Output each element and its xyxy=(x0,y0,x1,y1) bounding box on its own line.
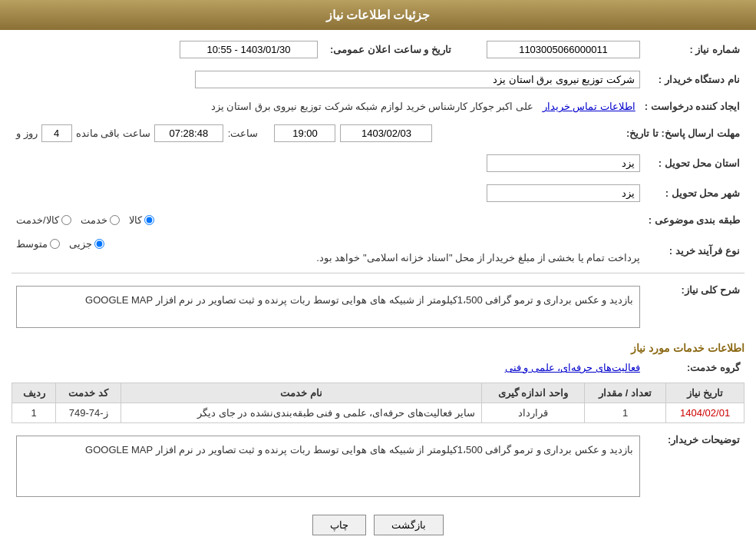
back-button[interactable]: بازگشت xyxy=(374,515,444,535)
col-header-count: تعداد / مقدار xyxy=(584,383,665,403)
creator-table: ایجاد کننده درخواست : اطلاعات تماس خریدا… xyxy=(12,98,744,115)
services-section-label: اطلاعات خدمات مورد نیاز xyxy=(12,342,744,354)
col-header-row-num: ردیف xyxy=(12,383,56,403)
subject-kala-khadamat-label: کالا/خدمت xyxy=(16,214,59,226)
process-table: نوع فرآیند خرید : متوسط جزیی پرداخت تمام… xyxy=(12,235,744,267)
top-info-table: شماره نیاز : تاریخ و ساعت اعلان عمومی: xyxy=(12,38,744,61)
general-desc-value: بازدید و عکس برداری و ترمو گرافی 1،500کی… xyxy=(16,286,640,328)
table-row: 1404/02/01 1 قرارداد سایر فعالیت‌های حرف… xyxy=(12,403,744,423)
page-header: جزئیات اطلاعات نیاز xyxy=(0,0,756,30)
footer-buttons: بازگشت چاپ xyxy=(12,515,744,535)
process-motavaset-radio[interactable] xyxy=(50,239,60,249)
buyer-org-table: نام دستگاه خریدار : xyxy=(12,68,744,91)
send-deadline-table: مهلت ارسال پاسخ: تا تاریخ: ساعت باقی مان… xyxy=(12,121,744,145)
remaining-time-label: ساعت باقی مانده xyxy=(76,128,150,139)
row-unit: قرارداد xyxy=(481,403,584,423)
row-service-name: سایر فعالیت‌های حرفه‌ای، علمی و فنی طبقه… xyxy=(121,403,481,423)
divider-1 xyxy=(12,273,744,273)
service-group-table: گروه خدمت: فعالیت‌های حرفه‌ای، علمی و فن… xyxy=(12,359,744,376)
service-group-value[interactable]: فعالیت‌های حرفه‌ای، علمی و فنی xyxy=(505,362,640,373)
row-service-code: ز-74-749 xyxy=(56,403,121,423)
main-content: شماره نیاز : تاریخ و ساعت اعلان عمومی: ن… xyxy=(0,30,756,540)
row-num: 1 xyxy=(12,403,56,423)
announce-datetime-input[interactable] xyxy=(180,41,318,58)
process-jozii-label: جزیی xyxy=(69,238,92,250)
process-jozii-radio[interactable] xyxy=(94,239,104,249)
process-motavaset-item: متوسط xyxy=(16,238,60,250)
subject-label: طبقه بندی موضوعی : xyxy=(644,211,744,229)
page-title: جزئیات اطلاعات نیاز xyxy=(326,8,431,22)
delivery-city-input[interactable] xyxy=(487,184,640,202)
print-button[interactable]: چاپ xyxy=(312,515,366,535)
remaining-days-label: روز و xyxy=(16,128,38,139)
service-group-label: گروه خدمت: xyxy=(645,359,744,376)
subject-kala-label: کالا xyxy=(129,214,142,226)
delivery-province-label: استان محل تحویل : xyxy=(645,151,744,175)
subject-kala-khadamat-item: کالا/خدمت xyxy=(16,214,71,226)
creator-label: ایجاد کننده درخواست : xyxy=(640,98,744,115)
col-header-unit: واحد اندازه گیری xyxy=(481,383,584,403)
buyer-desc-table: توضیحات خریدار: بازدید و عکس برداری و تر… xyxy=(12,429,744,503)
need-number-label: شماره نیاز : xyxy=(645,38,744,61)
subject-table: طبقه بندی موضوعی : کالا/خدمت خدمت کالا xyxy=(12,211,744,229)
creator-value: علی اکبر جوکار کارشناس خرید لوازم شبکه ش… xyxy=(211,101,533,112)
buyer-org-input[interactable] xyxy=(195,71,640,88)
remaining-days-input[interactable] xyxy=(41,124,72,142)
row-date: 1404/02/01 xyxy=(666,403,744,423)
buyer-org-label: نام دستگاه خریدار : xyxy=(645,68,744,91)
general-desc-label: شرح کلی نیاز: xyxy=(645,280,744,334)
need-number-input[interactable] xyxy=(487,41,640,58)
col-header-service-name: نام خدمت xyxy=(121,383,481,403)
services-table: تاریخ نیاز تعداد / مقدار واحد اندازه گیر… xyxy=(12,383,744,423)
row-count: 1 xyxy=(584,403,665,423)
col-header-date: تاریخ نیاز xyxy=(666,383,744,403)
process-motavaset-label: متوسط xyxy=(16,238,48,250)
page-container: جزئیات اطلاعات نیاز شماره نیاز : تاریخ و… xyxy=(0,0,756,540)
subject-khadamat-radio[interactable] xyxy=(110,215,120,225)
buyer-desc-value: بازدید و عکس برداری و ترمو گرافی 1،500کی… xyxy=(16,436,640,497)
remaining-time-input[interactable] xyxy=(154,124,223,142)
buyer-desc-label: توضیحات خریدار: xyxy=(645,429,744,503)
subject-kala-khadamat-radio[interactable] xyxy=(61,215,71,225)
delivery-province-table: استان محل تحویل : xyxy=(12,151,744,175)
delivery-city-label: شهر محل تحویل : xyxy=(645,181,744,205)
delivery-city-table: شهر محل تحویل : xyxy=(12,181,744,205)
send-time-input[interactable] xyxy=(274,124,335,142)
send-time-label: ساعت: xyxy=(228,128,259,139)
general-desc-table: شرح کلی نیاز: بازدید و عکس برداری و ترمو… xyxy=(12,280,744,334)
announce-datetime-label: تاریخ و ساعت اعلان عمومی: xyxy=(322,38,476,61)
process-label: نوع فرآیند خرید : xyxy=(645,235,744,267)
subject-kala-item: کالا xyxy=(129,214,154,226)
subject-kala-radio[interactable] xyxy=(144,215,154,225)
subject-khadamat-label: خدمت xyxy=(81,214,107,226)
send-date-input[interactable] xyxy=(340,124,432,142)
col-header-service-code: کد خدمت xyxy=(56,383,121,403)
subject-khadamat-item: خدمت xyxy=(81,214,120,226)
delivery-province-input[interactable] xyxy=(487,154,640,172)
send-deadline-label: مهلت ارسال پاسخ: تا تاریخ: xyxy=(622,121,744,145)
process-jozii-item: جزیی xyxy=(69,238,104,250)
creator-link[interactable]: اطلاعات تماس خریدار xyxy=(543,101,636,112)
process-note: پرداخت تمام یا بخشی از مبلغ خریدار از مح… xyxy=(16,252,640,263)
